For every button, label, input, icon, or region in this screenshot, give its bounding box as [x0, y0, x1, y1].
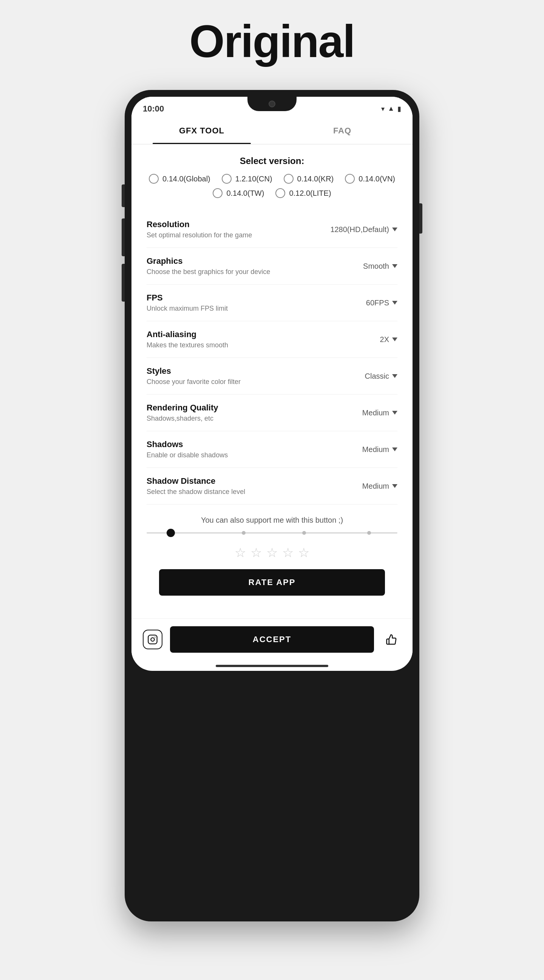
chevron-down-icon — [392, 337, 397, 341]
antialiasing-dropdown[interactable]: 2X — [380, 335, 397, 344]
svg-rect-0 — [148, 635, 157, 644]
rate-app-button[interactable]: RATE APP — [159, 569, 385, 596]
radio-vn[interactable] — [345, 174, 355, 184]
resolution-dropdown[interactable]: 1280(HD,Default) — [330, 225, 397, 234]
setting-rendering-quality: Rendering Quality Shadows,shaders, etc M… — [147, 395, 397, 431]
notch — [247, 97, 297, 111]
star-2[interactable]: ☆ — [251, 545, 262, 560]
chevron-down-icon — [392, 264, 397, 268]
support-text: You can also support me with this button… — [147, 516, 397, 525]
volume-down-button — [122, 264, 125, 302]
version-option-cn[interactable]: 1.2.10(CN) — [222, 174, 272, 184]
radio-lite[interactable] — [275, 188, 285, 198]
silent-button — [122, 185, 125, 207]
support-section: You can also support me with this button… — [147, 504, 397, 603]
status-icons: ▾ ▲ ▮ — [381, 105, 401, 113]
shadows-dropdown[interactable]: Medium — [362, 445, 397, 454]
setting-fps: FPS Unlock maximum FPS limit 60FPS — [147, 285, 397, 321]
phone-screen: 10:00 ▾ ▲ ▮ GFX TOOL FAQ Select version: — [132, 97, 412, 671]
instagram-button[interactable] — [143, 630, 162, 649]
fps-dropdown[interactable]: 60FPS — [366, 299, 397, 307]
shadow-distance-dropdown[interactable]: Medium — [362, 482, 397, 490]
battery-icon: ▮ — [397, 105, 401, 113]
volume-up-button — [122, 218, 125, 256]
radio-cn[interactable] — [222, 174, 232, 184]
page-title: Original — [189, 15, 354, 67]
accept-button[interactable]: ACCEPT — [170, 626, 374, 653]
rendering-dropdown[interactable]: Medium — [362, 409, 397, 417]
thumbs-up-button[interactable] — [382, 630, 401, 649]
status-bar: 10:00 ▾ ▲ ▮ — [132, 97, 412, 118]
radio-global[interactable] — [149, 174, 159, 184]
status-time: 10:00 — [143, 104, 164, 114]
chevron-down-icon — [392, 228, 397, 231]
chevron-down-icon — [392, 484, 397, 488]
main-content: Select version: 0.14.0(Global) 1.2.10(CN… — [132, 144, 412, 614]
phone-frame: 10:00 ▾ ▲ ▮ GFX TOOL FAQ Select version: — [125, 90, 419, 921]
tab-bar: GFX TOOL FAQ — [132, 118, 412, 144]
setting-antialiasing: Anti-aliasing Makes the textures smooth … — [147, 321, 397, 358]
star-1[interactable]: ☆ — [235, 545, 246, 560]
graphics-dropdown[interactable]: Smooth — [363, 262, 397, 270]
tab-gfx-tool[interactable]: GFX TOOL — [132, 118, 272, 144]
chevron-down-icon — [392, 411, 397, 415]
slider-dot-2 — [302, 531, 306, 535]
setting-styles: Styles Choose your favorite color filter… — [147, 358, 397, 395]
star-4[interactable]: ☆ — [282, 545, 293, 560]
slider-dot-3 — [367, 531, 371, 535]
version-option-lite[interactable]: 0.12.0(LITE) — [275, 188, 331, 198]
chevron-down-icon — [392, 447, 397, 451]
wifi-icon: ▾ — [381, 105, 385, 113]
chevron-down-icon — [392, 301, 397, 305]
setting-shadows: Shadows Enable or disable shadows Medium — [147, 431, 397, 468]
setting-shadow-distance: Shadow Distance Select the shadow distan… — [147, 468, 397, 504]
star-5[interactable]: ☆ — [298, 545, 309, 560]
setting-resolution: Resolution Set optimal resolution for th… — [147, 211, 397, 248]
slider-thumb[interactable] — [167, 529, 175, 537]
radio-tw[interactable] — [213, 188, 222, 198]
slider-dot-1 — [242, 531, 246, 535]
version-option-tw[interactable]: 0.14.0(TW) — [213, 188, 264, 198]
star-3[interactable]: ☆ — [266, 545, 278, 560]
camera — [269, 100, 275, 107]
stars-rating[interactable]: ☆ ☆ ☆ ☆ ☆ — [147, 545, 397, 560]
chevron-down-icon — [392, 374, 397, 378]
version-options: 0.14.0(Global) 1.2.10(CN) 0.14.0(KR) 0.1… — [147, 174, 397, 198]
version-option-global[interactable]: 0.14.0(Global) — [149, 174, 211, 184]
styles-dropdown[interactable]: Classic — [365, 372, 397, 380]
svg-point-2 — [154, 636, 155, 637]
signal-icon: ▲ — [388, 105, 394, 113]
select-version-title: Select version: — [147, 156, 397, 166]
support-slider[interactable] — [147, 532, 397, 534]
bottom-bar: ACCEPT — [132, 618, 412, 660]
setting-graphics: Graphics Choose the best graphics for yo… — [147, 248, 397, 285]
tab-faq[interactable]: FAQ — [272, 118, 412, 144]
home-bar — [216, 665, 328, 667]
version-option-kr[interactable]: 0.14.0(KR) — [284, 174, 334, 184]
version-option-vn[interactable]: 0.14.0(VN) — [345, 174, 395, 184]
svg-point-1 — [151, 638, 154, 641]
radio-kr[interactable] — [284, 174, 293, 184]
power-button — [419, 203, 422, 234]
